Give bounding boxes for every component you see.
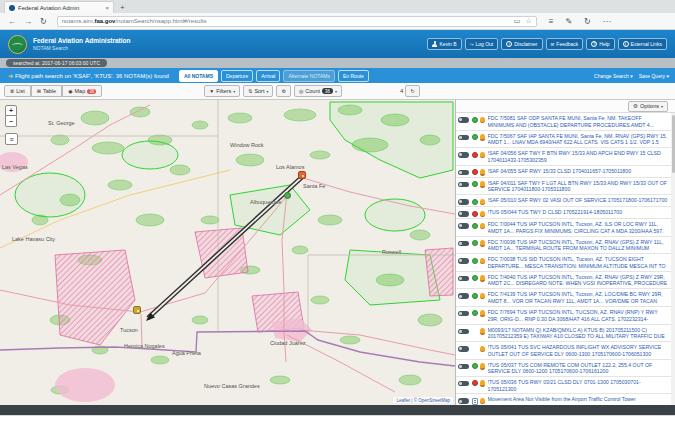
row-toggle[interactable] bbox=[458, 311, 469, 317]
bulb-icon[interactable] bbox=[480, 275, 485, 282]
notam-row[interactable]: FDC 7/4040 TUS IAP TUCSON INTL, Tucson, … bbox=[456, 272, 675, 290]
filter-departure-button[interactable]: Departure bbox=[221, 70, 253, 82]
notam-row[interactable]: !TUS 05/044 TUS TWY D CLSD 1705221914-18… bbox=[456, 207, 675, 219]
notam-row[interactable]: FDC 7/0044 TUS IAP TUCSON INTL, Tucson, … bbox=[456, 219, 675, 237]
bulb-icon[interactable] bbox=[480, 310, 485, 317]
albuquerque-marker[interactable] bbox=[284, 192, 291, 199]
bulb-icon[interactable] bbox=[480, 134, 485, 141]
notam-text[interactable]: FDC 7/0036 TUS IAP TUCSON INTL, Tucson, … bbox=[488, 239, 669, 253]
notam-row[interactable]: FDC 7/0038 TUS SID TUCSON INTL, Tucson, … bbox=[456, 254, 675, 272]
sort-button[interactable]: ⇅Sort▾ bbox=[243, 85, 273, 97]
row-toggle[interactable] bbox=[458, 135, 469, 141]
notam-text[interactable]: !SAF 05/010 SAF RWY 02 VASI OUT OF SERVI… bbox=[488, 197, 669, 204]
count-button[interactable]: ◎Count36▾ bbox=[294, 85, 342, 97]
sync-icon[interactable]: ↻ bbox=[584, 17, 591, 26]
view-list-button[interactable]: ≣List bbox=[4, 85, 31, 97]
bulb-icon[interactable] bbox=[480, 152, 485, 159]
panel-scrollbar[interactable] bbox=[671, 113, 675, 405]
santa-fe-marker[interactable] bbox=[298, 171, 306, 179]
notam-text[interactable]: !SAF 04/011 SAF TWY F LGT ALL BTN RWY 15… bbox=[488, 180, 669, 193]
notam-text[interactable]: FDC 7/5067 SAF IAP SANTA FE MUNI, Santa … bbox=[488, 133, 669, 147]
map-layers-button[interactable]: ≡ bbox=[5, 133, 18, 145]
url-field[interactable]: notams.aim.faa.gov/notamSearch/nsapp.htm… bbox=[57, 16, 537, 27]
options-button[interactable]: ⚙Options▾ bbox=[628, 101, 668, 112]
refresh-icon[interactable]: ↻ bbox=[40, 17, 47, 26]
bulb-icon[interactable] bbox=[480, 346, 485, 353]
bulb-icon[interactable] bbox=[480, 181, 485, 188]
web-note-icon[interactable]: ✎ bbox=[565, 17, 572, 26]
hub-icon[interactable]: ≡ bbox=[549, 17, 554, 26]
bulb-icon[interactable] bbox=[480, 223, 485, 230]
notam-text[interactable]: !TUS 05/041 TUS SVC HAZARDOUS INFLIGHT W… bbox=[488, 344, 669, 357]
notam-row[interactable]: !TUS 05/041 TUS SVC HAZARDOUS INFLIGHT W… bbox=[456, 342, 675, 359]
notam-text[interactable]: FDC 7/5081 SAF ODP SANTA FE MUNI, Santa … bbox=[488, 115, 669, 129]
filter-alternate-notams-button[interactable]: Alternate NOTAMs bbox=[283, 70, 335, 82]
notam-text[interactable]: FDC 7/4040 TUS IAP TUCSON INTL, Tucson, … bbox=[488, 274, 669, 288]
bulb-icon[interactable] bbox=[480, 199, 485, 206]
zoom-out-button[interactable]: − bbox=[5, 116, 17, 127]
notam-row[interactable]: FDC 7/5081 SAF ODP SANTA FE MUNI, Santa … bbox=[456, 113, 675, 131]
header-external-links-button[interactable]: iExternal Links bbox=[618, 38, 667, 50]
row-toggle[interactable] bbox=[458, 117, 469, 123]
new-tab-button[interactable]: + bbox=[120, 3, 125, 12]
tab-close-icon[interactable]: × bbox=[105, 5, 109, 11]
filter-all-notams-button[interactable]: All NOTAMS bbox=[179, 70, 218, 82]
bulb-icon[interactable] bbox=[480, 117, 485, 124]
bulb-icon[interactable] bbox=[480, 398, 485, 405]
row-toggle[interactable] bbox=[458, 276, 469, 282]
header-feedback-button[interactable]: ✉Feedback bbox=[546, 38, 584, 50]
notam-row[interactable]: !TUS 05/037 TUS COM REMOTE COM OUTLET 12… bbox=[456, 360, 675, 377]
row-toggle[interactable] bbox=[458, 241, 469, 247]
row-toggle[interactable] bbox=[458, 199, 469, 205]
row-toggle[interactable] bbox=[458, 398, 469, 404]
row-toggle[interactable] bbox=[458, 329, 469, 335]
more-menu-icon[interactable]: ⋯ bbox=[603, 17, 611, 26]
bulb-icon[interactable] bbox=[480, 328, 485, 335]
header-help-button[interactable]: ?Help bbox=[586, 38, 614, 50]
bulb-icon[interactable] bbox=[480, 363, 485, 370]
notam-text[interactable]: M0093/17 NOTAMN Q) KZAB/QMXLC A) KTUS B)… bbox=[488, 327, 669, 341]
bulb-icon[interactable] bbox=[480, 258, 485, 265]
header-kevin-b-button[interactable]: Kevin B bbox=[427, 38, 461, 50]
notam-row[interactable]: !SAF 05/010 SAF RWY 02 VASI OUT OF SERVI… bbox=[456, 195, 675, 207]
notam-row[interactable]: M0093/17 NOTAMN Q) KZAB/QMXLC A) KTUS B)… bbox=[456, 325, 675, 343]
map-attribution[interactable]: Leaflet | © OpenStreetMap bbox=[393, 397, 453, 403]
view-table-button[interactable]: ⊞Table bbox=[31, 85, 62, 97]
notam-row[interactable]: FDC 7/4139 TUS IAP TUCSON INTL, Tucson, … bbox=[456, 289, 675, 307]
row-toggle[interactable] bbox=[458, 364, 469, 370]
notam-text[interactable]: !TUS 05/036 TUS RWY 03/21 CLSD DLY 0701-… bbox=[488, 379, 669, 392]
notam-row[interactable]: !SAF 04/056 SAF TWY F BTN RWY 15/33 AND … bbox=[456, 148, 675, 165]
row-toggle[interactable] bbox=[458, 223, 469, 229]
back-icon[interactable]: ← bbox=[8, 17, 16, 26]
notam-text[interactable]: !TUS 05/037 TUS COM REMOTE COM OUTLET 12… bbox=[488, 362, 669, 375]
favorites-star-icon[interactable]: ☆ bbox=[525, 17, 531, 25]
notam-row[interactable]: !SAF 04/055 SAF RWY 15/33 CLSD 170401165… bbox=[456, 166, 675, 178]
notam-text[interactable]: FDC 7/4139 TUS IAP TUCSON INTL, Tucson, … bbox=[488, 291, 669, 305]
row-toggle[interactable] bbox=[458, 346, 469, 352]
notam-row[interactable]: !TUS 05/036 TUS RWY 03/21 CLSD DLY 0701-… bbox=[456, 377, 675, 394]
view-map-button[interactable]: ◉Map36 bbox=[62, 85, 102, 97]
notam-row[interactable]: !SAF 04/011 SAF TWY F LGT ALL BTN RWY 15… bbox=[456, 178, 675, 195]
row-toggle[interactable] bbox=[458, 258, 469, 264]
filter-en-route-button[interactable]: En Route bbox=[338, 70, 369, 82]
row-toggle[interactable] bbox=[458, 152, 469, 158]
forward-icon[interactable]: → bbox=[24, 17, 32, 26]
notam-row[interactable]: FDC 7/7694 TUS IAP TUCSON INTL, TUCSON, … bbox=[456, 307, 675, 325]
auto-refresh-button[interactable]: ↻ bbox=[405, 85, 419, 97]
notam-text[interactable]: !SAF 04/056 SAF TWY F BTN RWY 15/33 AND … bbox=[488, 150, 669, 163]
bulb-icon[interactable] bbox=[480, 293, 485, 300]
row-toggle[interactable] bbox=[458, 211, 469, 217]
bulb-icon[interactable] bbox=[480, 240, 485, 247]
tucson-marker[interactable] bbox=[133, 306, 141, 314]
notam-row[interactable]: FDC 7/0036 TUS IAP TUCSON INTL, Tucson, … bbox=[456, 237, 675, 255]
notam-text[interactable]: !SAF 04/055 SAF RWY 15/33 CLSD 170401165… bbox=[488, 168, 669, 175]
bulb-icon[interactable] bbox=[480, 169, 485, 176]
row-toggle[interactable] bbox=[458, 293, 469, 299]
header-log-out-button[interactable]: ↪Log Out bbox=[465, 38, 499, 50]
notam-row[interactable]: FDC 7/5067 SAF IAP SANTA FE MUNI, Santa … bbox=[456, 131, 675, 149]
row-toggle[interactable] bbox=[458, 381, 469, 387]
save-query-button[interactable]: Save Query ▾ bbox=[639, 73, 669, 79]
reading-view-icon[interactable]: ▭ bbox=[514, 17, 521, 25]
header-disclaimer-button[interactable]: iDisclaimer bbox=[501, 38, 542, 50]
notam-text[interactable]: FDC 7/0044 TUS IAP TUCSON INTL, Tucson, … bbox=[488, 221, 669, 235]
